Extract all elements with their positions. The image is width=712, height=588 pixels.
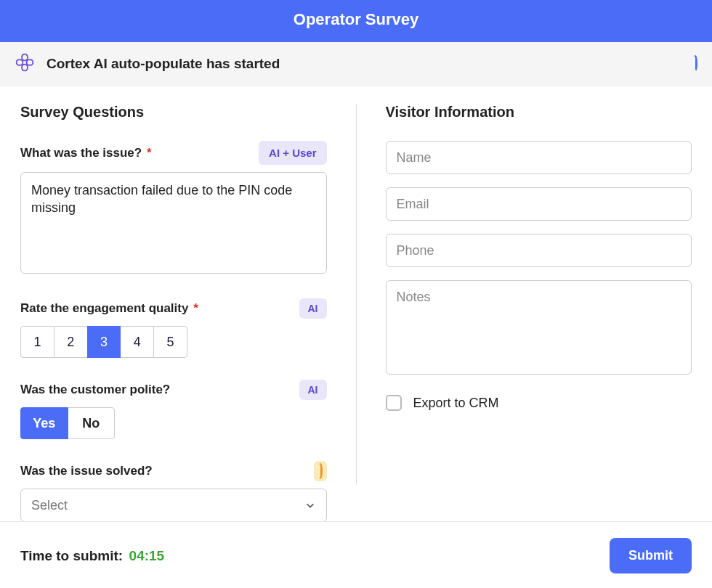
survey-section: Survey Questions What was the issue? * A…: [20, 104, 327, 514]
timer-label: Time to submit:: [20, 548, 123, 563]
rating-3-button[interactable]: 3: [87, 326, 121, 358]
email-input[interactable]: [386, 187, 692, 221]
export-crm-label: Export to CRM: [413, 396, 499, 411]
rating-group: 1 2 3 4 5: [20, 326, 187, 358]
required-marker: *: [193, 301, 198, 315]
ai-badge: AI: [299, 298, 327, 319]
loading-spinner-icon: [693, 57, 697, 70]
main-content: Survey Questions What was the issue? * A…: [0, 86, 712, 521]
polite-yes-button[interactable]: Yes: [20, 407, 68, 439]
rating-4-button[interactable]: 4: [120, 326, 154, 358]
q-polite: Was the customer polite? AI Yes No: [20, 380, 327, 439]
ai-badge: AI: [299, 380, 327, 400]
survey-section-title: Survey Questions: [20, 104, 327, 121]
page-title: Operator Survey: [294, 10, 418, 28]
polite-group: Yes No: [20, 407, 115, 439]
submit-button[interactable]: Submit: [610, 538, 692, 573]
export-crm-row: Export to CRM: [386, 395, 692, 411]
footer-bar: Time to submit: 04:15 Submit: [0, 521, 712, 588]
page-header: Operator Survey: [0, 0, 712, 42]
submit-timer: Time to submit: 04:15: [20, 548, 164, 564]
ai-status-banner: Cortex AI auto-populate has started: [0, 42, 712, 86]
solved-select-value: Select: [20, 489, 327, 521]
rating-2-button[interactable]: 2: [54, 326, 88, 358]
solved-select[interactable]: Select: [20, 489, 327, 521]
rating-1-button[interactable]: 1: [20, 326, 54, 358]
export-crm-checkbox[interactable]: [386, 395, 402, 411]
q-rating: Rate the engagement quality * AI 1 2 3 4…: [20, 298, 327, 358]
phone-input[interactable]: [386, 234, 692, 267]
q-rating-label: Rate the engagement quality *: [20, 301, 198, 316]
ai-user-badge: AI + User: [259, 141, 326, 165]
q-issue: What was the issue? * AI + User: [20, 141, 327, 277]
timer-value: 04:15: [129, 548, 165, 563]
name-input[interactable]: [386, 141, 692, 174]
visitor-section: Visitor Information Export to CRM: [386, 104, 692, 514]
loading-spinner-icon: [318, 465, 323, 477]
rating-5-button[interactable]: 5: [153, 326, 187, 358]
polite-no-button[interactable]: No: [68, 407, 116, 439]
q-polite-label: Was the customer polite?: [20, 383, 170, 397]
ai-status-text: Cortex AI auto-populate has started: [46, 56, 681, 72]
visitor-section-title: Visitor Information: [386, 104, 692, 121]
q-solved: Was the issue solved? Select: [20, 461, 327, 521]
loading-badge: [314, 461, 327, 481]
q-solved-label: Was the issue solved?: [20, 464, 153, 478]
required-marker: *: [147, 146, 152, 160]
issue-textarea[interactable]: [20, 172, 327, 274]
q-issue-label: What was the issue? *: [20, 146, 152, 160]
column-divider: [356, 104, 357, 485]
notes-textarea[interactable]: [386, 280, 692, 375]
ai-brand-icon: [15, 52, 35, 75]
